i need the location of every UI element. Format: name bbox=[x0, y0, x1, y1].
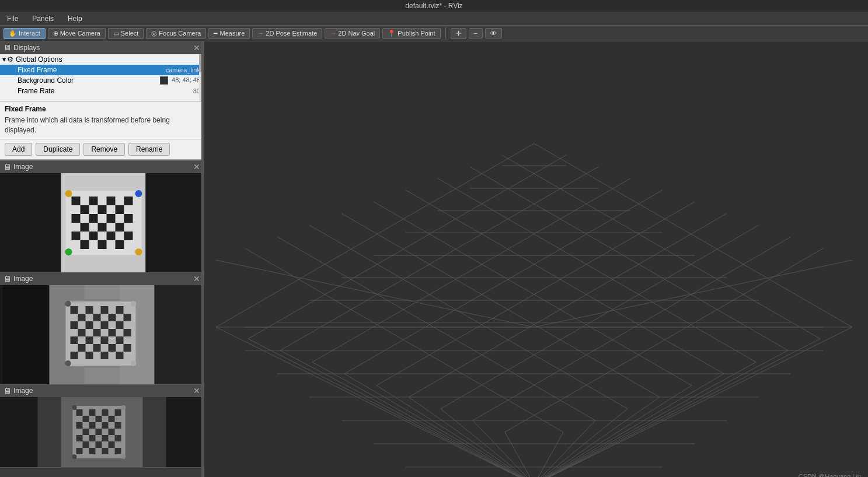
displays-panel: 🖥 Displays ✕ ▾ ⚙ Global Options bbox=[0, 41, 204, 161]
background-color-label: Background Color bbox=[18, 76, 160, 85]
svg-rect-74 bbox=[115, 409, 121, 416]
image-panel-3: 🖥 Image ✕ bbox=[0, 385, 204, 468]
svg-rect-45 bbox=[101, 321, 109, 329]
move-camera-button[interactable]: ⊕ Move Camera bbox=[48, 28, 106, 39]
view-button[interactable]: 👁 bbox=[485, 28, 502, 38]
image-panel-2-content bbox=[0, 285, 204, 384]
background-color-row[interactable]: Background Color 48; 48; 48 bbox=[0, 75, 204, 86]
svg-line-116 bbox=[374, 202, 692, 385]
svg-rect-48 bbox=[93, 329, 101, 336]
fixed-frame-row[interactable]: Fixed Frame camera_link bbox=[0, 65, 204, 75]
svg-rect-10 bbox=[116, 205, 124, 214]
svg-rect-38 bbox=[116, 306, 124, 314]
svg-rect-75 bbox=[83, 416, 89, 422]
focus-camera-button[interactable]: ◎ Focus Camera bbox=[146, 28, 206, 39]
remove-button[interactable]: Remove bbox=[83, 143, 125, 156]
displays-label: Displays bbox=[13, 44, 40, 52]
image-panel-3-close[interactable]: ✕ bbox=[193, 387, 200, 395]
fixed-frame-label: Fixed Frame bbox=[18, 66, 166, 74]
svg-rect-81 bbox=[115, 422, 121, 429]
svg-rect-94 bbox=[102, 448, 109, 454]
crosshair-button[interactable]: ✛ bbox=[451, 28, 466, 39]
image-panel-1-title: 🖥 Image bbox=[4, 163, 33, 171]
svg-rect-17 bbox=[116, 223, 124, 232]
svg-line-100 bbox=[216, 143, 534, 327]
image-panel-2-close[interactable]: ✕ bbox=[193, 275, 200, 283]
expand-icon: ▾ bbox=[2, 55, 7, 64]
menu-panels[interactable]: Panels bbox=[30, 13, 56, 24]
menu-file[interactable]: File bbox=[5, 13, 20, 24]
displays-tree: ▾ ⚙ Global Options Fixed Frame camera_li… bbox=[0, 54, 204, 101]
zoom-out-button[interactable]: − bbox=[469, 28, 483, 38]
svg-rect-15 bbox=[81, 223, 89, 232]
toolbar: ✋ Interact ⊕ Move Camera ▭ Select ◎ Focu… bbox=[0, 26, 868, 41]
svg-line-137 bbox=[534, 385, 692, 477]
svg-rect-73 bbox=[102, 409, 109, 416]
svg-rect-54 bbox=[116, 336, 124, 344]
svg-line-112 bbox=[502, 155, 820, 339]
svg-rect-0 bbox=[3, 173, 61, 272]
publish-point-button[interactable]: 📍 Publish Point bbox=[382, 28, 440, 39]
image-panel-2: 🖥 Image ✕ bbox=[0, 273, 204, 385]
svg-rect-9 bbox=[98, 205, 107, 214]
info-description: Frame into which all data is transformed… bbox=[5, 115, 199, 135]
svg-rect-6 bbox=[107, 197, 116, 205]
svg-rect-58 bbox=[124, 344, 131, 352]
svg-rect-56 bbox=[93, 344, 101, 352]
image-label-2: Image bbox=[13, 275, 33, 283]
duplicate-button[interactable]: Duplicate bbox=[36, 143, 80, 156]
svg-line-111 bbox=[534, 143, 852, 327]
menu-help[interactable]: Help bbox=[65, 13, 85, 24]
svg-line-120 bbox=[245, 248, 563, 432]
svg-point-64 bbox=[131, 301, 137, 307]
svg-rect-21 bbox=[124, 232, 133, 240]
svg-line-104 bbox=[344, 190, 663, 374]
image-icon-1: 🖥 bbox=[4, 163, 11, 171]
menu-bar: File Panels Help bbox=[0, 12, 868, 26]
svg-point-26 bbox=[135, 190, 142, 197]
svg-rect-76 bbox=[96, 416, 102, 422]
measure-button[interactable]: ━ Measure bbox=[208, 28, 250, 39]
svg-rect-92 bbox=[76, 448, 83, 454]
svg-rect-52 bbox=[86, 336, 93, 344]
2d-pose-button[interactable]: → 2D Pose Estimate bbox=[252, 28, 322, 38]
global-options-row[interactable]: ▾ ⚙ Global Options bbox=[0, 54, 204, 65]
image-panel-1-header: 🖥 Image ✕ bbox=[0, 161, 204, 173]
svg-rect-19 bbox=[89, 232, 98, 240]
info-box: Fixed Frame Frame into which all data is… bbox=[0, 101, 204, 139]
svg-rect-11 bbox=[72, 214, 81, 223]
frame-rate-row[interactable]: Frame Rate 30 bbox=[0, 86, 204, 96]
svg-rect-86 bbox=[89, 435, 96, 441]
svg-rect-39 bbox=[78, 314, 86, 321]
frame-rate-label: Frame Rate bbox=[18, 87, 193, 95]
move-camera-icon: ⊕ bbox=[53, 30, 58, 37]
svg-rect-46 bbox=[116, 321, 124, 329]
displays-close-button[interactable]: ✕ bbox=[193, 44, 200, 52]
svg-rect-59 bbox=[71, 352, 78, 359]
svg-rect-35 bbox=[71, 306, 78, 314]
svg-line-110 bbox=[534, 260, 852, 327]
svg-rect-13 bbox=[107, 214, 116, 223]
svg-rect-87 bbox=[102, 435, 109, 441]
interact-button[interactable]: ✋ Interact bbox=[4, 28, 46, 39]
settings-icon: ⚙ bbox=[7, 55, 13, 64]
resize-handle[interactable] bbox=[201, 41, 204, 477]
image-panel-1-close[interactable]: ✕ bbox=[193, 163, 200, 171]
svg-rect-31 bbox=[155, 285, 201, 384]
svg-rect-60 bbox=[86, 352, 93, 359]
add-button[interactable]: Add bbox=[5, 143, 32, 156]
window-title: default.rviz* - RViz bbox=[405, 2, 462, 10]
2d-nav-button[interactable]: → 2D Nav Goal bbox=[325, 28, 380, 38]
svg-rect-41 bbox=[109, 314, 116, 321]
svg-rect-85 bbox=[76, 435, 83, 441]
viewport[interactable]: .grid-line { stroke: #585858; stroke-wid… bbox=[204, 41, 868, 477]
svg-rect-89 bbox=[83, 441, 89, 448]
left-panel-scroll[interactable]: 🖥 Image ✕ bbox=[0, 161, 204, 477]
move-camera-label: Move Camera bbox=[60, 30, 100, 37]
svg-rect-82 bbox=[83, 429, 89, 435]
svg-rect-49 bbox=[109, 329, 116, 336]
svg-line-119 bbox=[277, 237, 595, 420]
select-button[interactable]: ▭ Select bbox=[108, 28, 144, 39]
image-panel-2-header: 🖥 Image ✕ bbox=[0, 273, 204, 285]
rename-button[interactable]: Rename bbox=[128, 143, 170, 156]
